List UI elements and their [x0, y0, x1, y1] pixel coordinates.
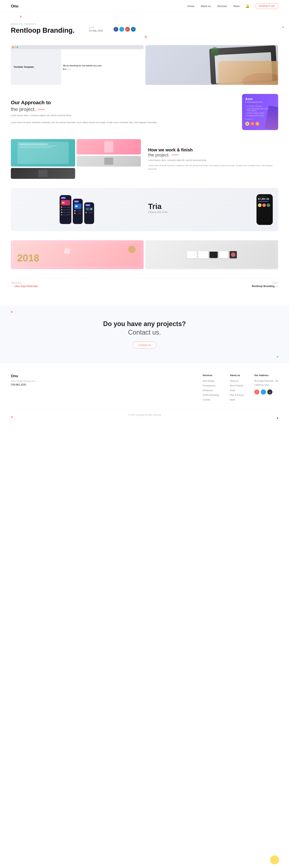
- footer-pricing-link[interactable]: Plan & Pricing: [230, 394, 244, 396]
- footer-service-wordpress[interactable]: Wordpress: [203, 389, 213, 392]
- nav-home[interactable]: Home.: [188, 5, 195, 8]
- approach-subtitle: the project.: [11, 106, 235, 112]
- decor-dot-1: [20, 16, 22, 18]
- category-label: REDESIGN, BRANDING: [11, 23, 278, 25]
- facebook-icon[interactable]: f: [114, 27, 118, 32]
- googleplus-icon[interactable]: g+: [125, 27, 130, 32]
- footer-services-list: Web Design Development Wordpress Online …: [203, 379, 219, 401]
- dash-line: [38, 109, 45, 110]
- footer-copyright: © 2018 copyright all right reserved: [11, 410, 278, 416]
- phone-tag-1: $14%: [61, 197, 66, 199]
- phone-row: $14.20: [61, 209, 70, 211]
- nav-services[interactable]: Services.: [217, 5, 228, 8]
- approach-desc: Lorem ipsum dolor, consecte adipisc elit…: [11, 114, 235, 117]
- phone-row: $21.00: [61, 214, 70, 216]
- next-link[interactable]: Rentloop Branding: [252, 285, 278, 287]
- footer-email: astro.info@company.com: [11, 380, 192, 382]
- footer-service-development[interactable]: Development: [203, 384, 216, 387]
- gallery-image-cards: [146, 240, 278, 269]
- finance-section: $14% $9.40 $14.20 $6.00: [11, 188, 278, 231]
- nav-about[interactable]: About us.: [201, 5, 211, 8]
- footer-service-marketing[interactable]: Online Marketing: [203, 394, 219, 396]
- footer-portfolio-link[interactable]: Work Portfolio: [230, 384, 244, 387]
- footer: Onu astro.info@company.com 720.661.2231 …: [0, 363, 289, 422]
- tablet-mockup-image: [146, 45, 278, 85]
- footer-social-icons: f t g: [254, 390, 278, 395]
- phone-card-2: [74, 204, 82, 209]
- hero-images: TwoSide Template We are launching our ne…: [11, 45, 278, 85]
- twitter-icon[interactable]: t: [119, 27, 124, 32]
- post-navigation: PREVIOUS Uber App Redesign. NEXT Rentloo…: [11, 278, 278, 291]
- date-value: 23 July, 2018: [89, 29, 103, 32]
- prev-link[interactable]: Uber App Redesign.: [11, 285, 38, 287]
- footer-service-webdesign[interactable]: Web Design: [203, 380, 215, 382]
- arrow-left-icon: [11, 285, 13, 287]
- work-image-dark: [11, 168, 75, 179]
- footer-team-link[interactable]: Team: [230, 389, 235, 392]
- footer-services-heading: Services: [203, 374, 219, 377]
- gallery-section: 2018: [11, 240, 278, 269]
- prev-label: PREVIOUS: [11, 282, 38, 284]
- phone-tag-3: $23%: [86, 204, 91, 206]
- footer-facebook-icon[interactable]: f: [254, 390, 259, 395]
- cta-decor-dot-1: [11, 311, 13, 313]
- platform-sketch-icon: S: [245, 122, 249, 126]
- footer-logo: Onu: [11, 374, 192, 378]
- footer-top: Onu astro.info@company.com 720.661.2231 …: [11, 374, 278, 403]
- nav-links: Home. About us. Services. News 🔔 CONTACT…: [188, 3, 278, 9]
- asro-title: Asro: [245, 97, 275, 101]
- meta-row: DATE 23 July, 2018 f t g+ in: [89, 27, 136, 32]
- browser-main-text: We are launching our new website very so…: [63, 64, 142, 67]
- notification-bell-icon[interactable]: 🔔: [246, 4, 250, 8]
- finance-phones: $14% $9.40 $14.20 $6.00: [11, 188, 143, 231]
- footer-services-col: Services Web Design Development Wordpres…: [203, 374, 219, 403]
- cta-title: Do you have any projects?: [11, 320, 278, 328]
- phone-row: [86, 212, 93, 213]
- footer-about-link[interactable]: About us: [230, 380, 238, 382]
- approach-extra-desc: Lorem dolor sit amet, hendrerit omittant…: [11, 121, 235, 124]
- footer-decor-dot-1: [11, 416, 13, 418]
- footer-news-link[interactable]: News: [230, 399, 235, 401]
- approach-title: Our Approach to: [11, 100, 235, 105]
- approach-section: Our Approach to the project. Lorem ipsum…: [11, 94, 278, 130]
- work-image-gray: [76, 156, 141, 167]
- tria-subtitle: Finance iOS UI Kit: [148, 211, 167, 214]
- work-subtitle: the project.: [148, 152, 278, 157]
- approach-text: Our Approach to the project. Lorem ipsum…: [11, 100, 235, 124]
- date-label: DATE: [89, 27, 103, 29]
- footer-brand: Onu astro.info@company.com 720.661.2231: [11, 374, 192, 403]
- platform-adobe-icon: A: [250, 122, 254, 126]
- phone-row: $6.00: [61, 212, 70, 213]
- year-display: 2018: [17, 252, 39, 264]
- work-title: How we work & finish: [148, 147, 278, 152]
- decor-dot-3: [144, 36, 147, 38]
- linkedin-icon[interactable]: in: [131, 27, 136, 32]
- footer-address-col: Our Address 80 Grodie Road Apt. 736Calif…: [254, 374, 278, 403]
- work-section: How we work & finish the project. Lorem …: [11, 139, 278, 179]
- footer-service-content[interactable]: Content: [203, 399, 210, 401]
- cta-contact-button[interactable]: Contact Us: [133, 342, 156, 348]
- next-label: NEXT: [272, 282, 278, 284]
- footer-twitter-icon[interactable]: t: [261, 390, 266, 395]
- arrow-right-icon: [276, 285, 278, 287]
- footer-about-col: About us About us Work Portfolio Team Pl…: [230, 374, 244, 403]
- browser-mockup-image: TwoSide Template We are launching our ne…: [11, 45, 143, 85]
- post-nav-next: NEXT Rentloop Branding: [252, 282, 278, 287]
- work-images: [11, 139, 141, 179]
- contact-us-button[interactable]: CONTACT US: [255, 3, 278, 9]
- work-desc: Lorem ipsum dolor, consecte adipt elit, …: [148, 158, 278, 162]
- footer-decor-dot-2: [277, 417, 278, 419]
- phone-mock-1: $14% $9.40 $14.20 $6.00: [60, 195, 71, 224]
- work-image-pink: [76, 139, 141, 154]
- footer-address-text: 80 Grodie Road Apt. 736California, USA: [254, 379, 278, 387]
- work-text: How we work & finish the project. Lorem …: [148, 147, 278, 171]
- browser-sidebar-title: TwoSide Template: [13, 66, 59, 69]
- cta-subtitle: Contact us.: [11, 329, 278, 336]
- footer-address-heading: Our Address: [254, 374, 278, 377]
- platform-xd-icon: X: [255, 122, 259, 126]
- footer-github-icon[interactable]: g: [267, 390, 272, 395]
- phone-mock-3: $23% VISA: [84, 202, 94, 224]
- nav-news[interactable]: News: [233, 5, 240, 8]
- phone-row: $9.40: [61, 207, 70, 208]
- site-logo[interactable]: Onu: [11, 4, 18, 8]
